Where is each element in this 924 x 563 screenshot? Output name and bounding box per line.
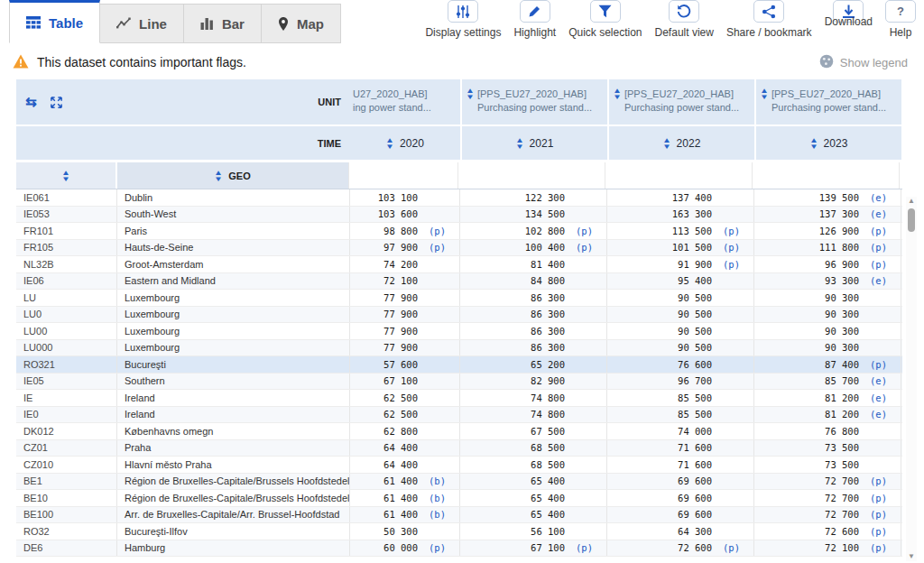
warning-text: This dataset contains important flags. [37,55,246,69]
year-column-header[interactable]: ▲▼2022 [607,126,754,160]
table-row[interactable]: IE06Eastern and Midland72 10084 80095 40… [16,273,902,291]
table-row[interactable]: FR101Paris98 800(p)102 800(p)113 500(p)1… [16,223,902,240]
time-label: TIME [318,138,341,149]
table-row[interactable]: DK012Københavns omegn62 80067 50074 0007… [16,423,902,440]
scrollbar-thumb[interactable] [908,208,915,232]
value-cell: 90 500 [607,340,754,356]
value-cell: 57 600 [350,356,460,373]
unit-column-header[interactable]: ▲▼[PPS_EU27_2020_HAB]Purchasing power st… [607,79,754,125]
value-cell: 93 300(e) [754,273,901,290]
value-number: 74 800 [460,392,565,403]
year-column-header[interactable]: ▲▼2020 [350,126,460,160]
tool-label: Help [890,26,912,39]
tab-table[interactable]: Table [9,0,100,43]
geo-name-cell: Paris [117,223,350,239]
geo-code-header[interactable]: ▲▼ [16,162,117,189]
sort-icon[interactable]: ▲▼ [761,88,768,125]
sort-icon[interactable]: ▲▼ [663,137,670,150]
tab-map[interactable]: Map [262,4,341,43]
table-row[interactable]: NL32BGroot-Amsterdam74 20081 40091 900(p… [16,256,902,273]
vertical-scrollbar[interactable]: ▲ ▼ [906,197,917,561]
tab-line[interactable]: Line [100,4,184,43]
value-cell: 90 300 [754,323,901,339]
display-settings-button[interactable]: Display settings [420,0,505,39]
sort-icon[interactable]: ▲▼ [810,137,818,150]
tab-bar[interactable]: Bar [184,4,262,43]
fullscreen-expand-button[interactable] [50,96,63,109]
tool-label: Default view [655,26,714,39]
sort-icon[interactable]: ▲▼ [386,137,393,150]
value-cell: 90 300 [754,340,901,356]
legend-icon [819,54,834,71]
table-row[interactable]: FR105Hauts-de-Seine97 900(p)100 400(p)10… [16,240,902,257]
table-tools: ⇆ [25,94,63,110]
table-row[interactable]: LULuxembourg77 90086 30090 50090 300 [16,290,902,307]
table-row[interactable]: BE1Région de Bruxelles-Capitale/Brussels… [16,474,902,491]
unit-column-header[interactable]: U27_2020_HAB]ing power stand... [350,79,460,125]
highlight-button[interactable]: Highlight [509,0,560,39]
value-cell: 86 300 [460,290,607,306]
table-row[interactable]: IE061Dublin103 100122 300137 400139 500(… [16,189,902,207]
unit-header-row: ⇆ UNIT U27_2020_HAB]ing power stand...▲▼… [16,79,902,126]
default-view-button[interactable]: Default view [651,0,718,39]
value-cell: 101 500(p) [607,240,754,256]
table-row[interactable]: IEIreland62 50074 80085 50081 200(e) [16,390,902,407]
unit-column-header[interactable]: ▲▼[PPS_EU27_2020_HAB]Purchasing power st… [460,79,607,125]
table-row[interactable]: IE05Southern67 10082 90096 70085 700(e) [16,374,902,391]
value-number: 69 600 [607,493,712,503]
sort-icon[interactable]: ▲▼ [62,170,69,182]
value-number: 56 100 [460,526,565,537]
value-cell: 81 200(e) [754,390,901,406]
value-cell: 72 100 [350,273,460,290]
value-number: 90 500 [607,309,712,319]
share-bookmark-button[interactable]: Share / bookmark [722,0,817,39]
unit-label: UNIT [318,97,341,107]
scroll-down-icon[interactable]: ▼ [908,552,915,561]
value-number: 77 900 [350,342,418,353]
value-number: 90 300 [754,342,859,353]
table-row[interactable]: LU00Luxembourg77 90086 30090 50090 300 [16,323,902,340]
table-row[interactable]: IE0Ireland62 50074 80085 50081 200(e) [16,407,902,424]
data-table: ⇆ UNIT U27_2020_HAB]ing power stand...▲▼… [16,79,902,557]
scroll-up-icon[interactable]: ▲ [908,197,915,206]
table-row[interactable]: BE100Arr. de Bruxelles-Capitale/Arr. Bru… [16,507,902,524]
swap-axes-button[interactable]: ⇆ [25,94,37,110]
value-cell: 139 500(e) [754,189,901,206]
sort-icon[interactable]: ▲▼ [215,170,222,182]
table-row[interactable]: DE6Hamburg60 000(p)67 100(p)72 600(p)72 … [16,540,902,558]
value-cell: 65 200 [460,356,607,373]
table-row[interactable]: RO321Bucureşti57 60065 20076 60087 400(p… [16,356,902,374]
table-row[interactable]: IE053South-West103 600134 500163 300137 … [16,207,902,224]
value-number: 61 400 [350,493,418,503]
year-column-header[interactable]: ▲▼2023 [754,126,901,160]
value-number: 103 100 [350,192,418,203]
year-column-header[interactable]: ▲▼2021 [460,126,607,160]
sort-icon[interactable]: ▲▼ [467,88,474,125]
table-row[interactable]: BE10Région de Bruxelles-Capitale/Brussel… [16,490,902,507]
download-button[interactable]: Download [820,0,877,28]
sort-icon[interactable]: ▲▼ [614,88,621,125]
value-cell: 85 700(e) [754,374,901,390]
geo-name-header[interactable]: ▲▼ GEO [117,162,348,189]
unit-column-header[interactable]: ▲▼[PPS_EU27_2020_HAB]Purchasing power st… [754,79,901,125]
table-row[interactable]: LU0Luxembourg77 90086 30090 50090 300 [16,307,902,324]
value-number: 73 500 [754,459,859,470]
value-flag: (p) [859,542,901,553]
value-number: 64 400 [350,459,418,470]
show-legend-button[interactable]: Show legend [819,54,908,71]
table-row[interactable]: CZ01Praha64 40068 50071 60073 500 [16,440,902,457]
help-button[interactable]: ? Help [881,0,920,39]
value-cell: 72 700(p) [754,507,901,523]
geo-name-cell: Arr. de Bruxelles-Capitale/Arr. Brussel-… [117,507,350,523]
value-number: 76 800 [754,426,859,437]
table-row[interactable]: LU000Luxembourg77 90086 30090 50090 300 [16,340,902,357]
table-row[interactable]: CZ010Hlavní město Praha64 40068 50071 60… [16,457,902,474]
map-pin-icon [278,17,289,31]
value-cell: 68 500 [460,440,607,457]
sort-icon[interactable]: ▲▼ [516,137,523,150]
geo-name-cell: Southern [117,374,350,390]
table-row[interactable]: RO32Bucureşti-Ilfov50 30056 10064 30072 … [16,523,902,540]
value-number: 69 600 [607,509,712,520]
quick-selection-button[interactable]: Quick selection [564,0,646,39]
value-number: 72 600 [607,542,712,553]
